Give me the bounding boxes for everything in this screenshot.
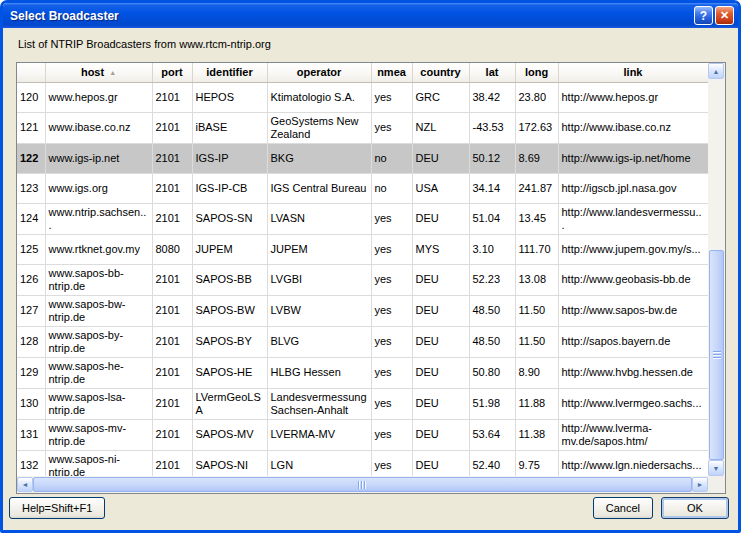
- cell-nmea[interactable]: yes: [371, 295, 412, 326]
- cell-nmea[interactable]: yes: [371, 82, 412, 112]
- cell-link[interactable]: http://www.lvermgeo.sachs...: [558, 388, 708, 419]
- cell-nmea[interactable]: yes: [371, 388, 412, 419]
- row-number[interactable]: 124: [17, 203, 45, 234]
- cell-country[interactable]: USA: [412, 173, 469, 203]
- table-row[interactable]: 125www.rtknet.gov.my8080JUPEMJUPEMyesMYS…: [17, 234, 708, 264]
- cell-operator[interactable]: IGS Central Bureau: [267, 173, 371, 203]
- cell-link[interactable]: http://www.landesvermessu...: [558, 203, 708, 234]
- row-number[interactable]: 120: [17, 82, 45, 112]
- cell-identifier[interactable]: SAPOS-BY: [192, 326, 267, 357]
- cell-host[interactable]: www.sapos-bb-ntrip.de: [45, 264, 152, 295]
- cell-operator[interactable]: HLBG Hessen: [267, 357, 371, 388]
- row-number[interactable]: 131: [17, 419, 45, 450]
- cell-link[interactable]: http://www.geobasis-bb.de: [558, 264, 708, 295]
- help-button[interactable]: Help=Shift+F1: [9, 497, 105, 519]
- cell-port[interactable]: 8080: [152, 234, 192, 264]
- cell-port[interactable]: 2101: [152, 264, 192, 295]
- vertical-scroll-thumb[interactable]: [709, 250, 724, 460]
- horizontal-scrollbar[interactable]: ◄ ►: [17, 476, 708, 493]
- cell-lat[interactable]: 50.12: [469, 143, 515, 173]
- column-header-lat[interactable]: lat: [469, 63, 515, 82]
- cell-operator[interactable]: GeoSystems New Zealand: [267, 112, 371, 143]
- cell-link[interactable]: http://www.hepos.gr: [558, 82, 708, 112]
- cell-country[interactable]: GRC: [412, 82, 469, 112]
- cell-port[interactable]: 2101: [152, 357, 192, 388]
- cell-host[interactable]: www.sapos-ni-ntrip.de: [45, 450, 152, 476]
- cell-host[interactable]: www.sapos-by-ntrip.de: [45, 326, 152, 357]
- table-row[interactable]: 129www.sapos-he-ntrip.de2101SAPOS-HEHLBG…: [17, 357, 708, 388]
- cell-nmea[interactable]: yes: [371, 450, 412, 476]
- cell-lat[interactable]: 48.50: [469, 326, 515, 357]
- column-header-row-number[interactable]: [17, 63, 45, 82]
- cell-long[interactable]: 8.69: [515, 143, 558, 173]
- cell-link[interactable]: http://www.hvbg.hessen.de: [558, 357, 708, 388]
- column-header-long[interactable]: long: [515, 63, 558, 82]
- cell-identifier[interactable]: SAPOS-HE: [192, 357, 267, 388]
- cell-long[interactable]: 11.50: [515, 295, 558, 326]
- cell-identifier[interactable]: LVermGeoLSA: [192, 388, 267, 419]
- row-number[interactable]: 123: [17, 173, 45, 203]
- cell-host[interactable]: www.ntrip.sachsen...: [45, 203, 152, 234]
- cell-link[interactable]: http://www.igs-ip.net/home: [558, 143, 708, 173]
- cell-nmea[interactable]: yes: [371, 357, 412, 388]
- cell-port[interactable]: 2101: [152, 419, 192, 450]
- cell-port[interactable]: 2101: [152, 173, 192, 203]
- cell-long[interactable]: 241.87: [515, 173, 558, 203]
- cell-link[interactable]: http://www.jupem.gov.my/s...: [558, 234, 708, 264]
- cell-port[interactable]: 2101: [152, 326, 192, 357]
- cell-country[interactable]: DEU: [412, 357, 469, 388]
- cell-identifier[interactable]: SAPOS-SN: [192, 203, 267, 234]
- row-number[interactable]: 132: [17, 450, 45, 476]
- cell-operator[interactable]: LGN: [267, 450, 371, 476]
- cell-identifier[interactable]: SAPOS-MV: [192, 419, 267, 450]
- cell-host[interactable]: www.igs-ip.net: [45, 143, 152, 173]
- column-header-operator[interactable]: operator: [267, 63, 371, 82]
- scroll-down-button[interactable]: ▼: [708, 460, 724, 476]
- table-row[interactable]: 121www.ibase.co.nz2101iBASEGeoSystems Ne…: [17, 112, 708, 143]
- cell-long[interactable]: 11.38: [515, 419, 558, 450]
- column-header-identifier[interactable]: identifier: [192, 63, 267, 82]
- cell-host[interactable]: www.sapos-mv-ntrip.de: [45, 419, 152, 450]
- table-row[interactable]: 130www.sapos-lsa-ntrip.de2101LVermGeoLSA…: [17, 388, 708, 419]
- cell-long[interactable]: 11.88: [515, 388, 558, 419]
- cell-port[interactable]: 2101: [152, 143, 192, 173]
- row-number[interactable]: 127: [17, 295, 45, 326]
- cell-identifier[interactable]: HEPOS: [192, 82, 267, 112]
- row-number[interactable]: 126: [17, 264, 45, 295]
- cell-port[interactable]: 2101: [152, 82, 192, 112]
- cell-lat[interactable]: 52.23: [469, 264, 515, 295]
- cell-link[interactable]: http://igscb.jpl.nasa.gov: [558, 173, 708, 203]
- cell-country[interactable]: DEU: [412, 295, 469, 326]
- table-row[interactable]: 120www.hepos.gr2101HEPOSKtimatologio S.A…: [17, 82, 708, 112]
- cell-long[interactable]: 8.90: [515, 357, 558, 388]
- cell-country[interactable]: MYS: [412, 234, 469, 264]
- vertical-scroll-track[interactable]: [708, 79, 725, 460]
- cell-identifier[interactable]: IGS-IP: [192, 143, 267, 173]
- cell-link[interactable]: http://www.sapos-bw.de: [558, 295, 708, 326]
- cell-long[interactable]: 23.80: [515, 82, 558, 112]
- cell-link[interactable]: http://www.lgn.niedersachs...: [558, 450, 708, 476]
- cell-nmea[interactable]: yes: [371, 234, 412, 264]
- cell-operator[interactable]: LVASN: [267, 203, 371, 234]
- cell-country[interactable]: NZL: [412, 112, 469, 143]
- cell-identifier[interactable]: SAPOS-BB: [192, 264, 267, 295]
- cell-port[interactable]: 2101: [152, 450, 192, 476]
- table-row[interactable]: 124www.ntrip.sachsen...2101SAPOS-SNLVASN…: [17, 203, 708, 234]
- cell-operator[interactable]: LVGBI: [267, 264, 371, 295]
- vertical-scrollbar[interactable]: ▲ ▼: [708, 63, 725, 476]
- cell-host[interactable]: www.sapos-he-ntrip.de: [45, 357, 152, 388]
- table-row[interactable]: 127www.sapos-bw-ntrip.de2101SAPOS-BWLVBW…: [17, 295, 708, 326]
- cell-nmea[interactable]: no: [371, 173, 412, 203]
- cell-link[interactable]: http://sapos.bayern.de: [558, 326, 708, 357]
- cell-lat[interactable]: 48.50: [469, 295, 515, 326]
- cell-lat[interactable]: 38.42: [469, 82, 515, 112]
- cell-identifier[interactable]: IGS-IP-CB: [192, 173, 267, 203]
- cell-host[interactable]: www.rtknet.gov.my: [45, 234, 152, 264]
- cell-port[interactable]: 2101: [152, 388, 192, 419]
- cell-country[interactable]: DEU: [412, 264, 469, 295]
- column-header-port[interactable]: port: [152, 63, 192, 82]
- cell-host[interactable]: www.ibase.co.nz: [45, 112, 152, 143]
- cell-country[interactable]: DEU: [412, 143, 469, 173]
- cell-operator[interactable]: BKG: [267, 143, 371, 173]
- cell-host[interactable]: www.igs.org: [45, 173, 152, 203]
